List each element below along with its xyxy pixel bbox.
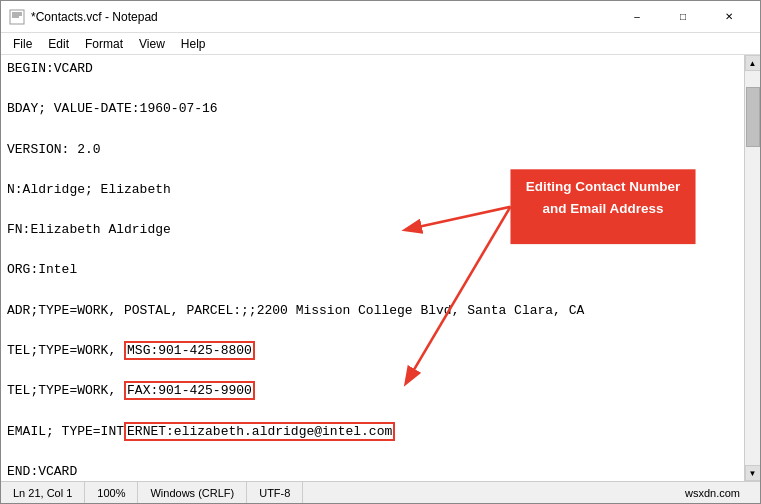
menu-edit[interactable]: Edit [40, 35, 77, 53]
scroll-thumb[interactable] [746, 87, 760, 147]
status-ln-col: Ln 21, Col 1 [9, 482, 85, 503]
line-9: TEL;TYPE=WORK, FAX:901-425-9900 [7, 381, 738, 401]
menu-file[interactable]: File [5, 35, 40, 53]
status-zoom: 100% [85, 482, 138, 503]
window-controls: – □ ✕ [614, 1, 752, 33]
line-6: ORG:Intel [7, 260, 738, 280]
title-bar: *Contacts.vcf - Notepad – □ ✕ [1, 1, 760, 33]
line-1: BEGIN:VCARD [7, 59, 738, 79]
line-7: ADR;TYPE=WORK, POSTAL, PARCEL:;;2200 Mis… [7, 301, 738, 321]
editor-wrapper: BEGIN:VCARD BDAY; VALUE-DATE:1960-07-16 … [1, 55, 760, 481]
line-8: TEL;TYPE=WORK, MSG:901-425-8800 [7, 341, 738, 361]
line-2: BDAY; VALUE-DATE:1960-07-16 [7, 99, 738, 119]
line-10: EMAIL; TYPE=INTERNET:elizabeth.aldridge@… [7, 422, 738, 442]
line-4: N:Aldridge; Elizabeth [7, 180, 738, 200]
menu-help[interactable]: Help [173, 35, 214, 53]
status-encoding: UTF-8 [247, 482, 303, 503]
highlight-tel-fax: FAX:901-425-9900 [124, 381, 255, 400]
line-3: VERSION: 2.0 [7, 140, 738, 160]
line-11: END:VCARD [7, 462, 738, 481]
menu-bar: File Edit Format View Help [1, 33, 760, 55]
maximize-button[interactable]: □ [660, 1, 706, 33]
notepad-window: *Contacts.vcf - Notepad – □ ✕ File Edit … [0, 0, 761, 504]
status-line-ending: Windows (CRLF) [138, 482, 247, 503]
scroll-down-button[interactable]: ▼ [745, 465, 761, 481]
menu-view[interactable]: View [131, 35, 173, 53]
highlight-tel-msg: MSG:901-425-8800 [124, 341, 255, 360]
scroll-up-button[interactable]: ▲ [745, 55, 761, 71]
app-icon [9, 9, 25, 25]
highlight-email-1: ERNET:elizabeth.aldridge@intel.com [124, 422, 395, 441]
line-5: FN:Elizabeth Aldridge [7, 220, 738, 240]
scrollbar-vertical[interactable]: ▲ ▼ [744, 55, 760, 481]
window-title: *Contacts.vcf - Notepad [31, 10, 614, 24]
minimize-button[interactable]: – [614, 1, 660, 33]
menu-format[interactable]: Format [77, 35, 131, 53]
close-button[interactable]: ✕ [706, 1, 752, 33]
editor-content[interactable]: BEGIN:VCARD BDAY; VALUE-DATE:1960-07-16 … [1, 55, 744, 481]
status-branding: wsxdn.com [673, 482, 752, 503]
status-bar: Ln 21, Col 1 100% Windows (CRLF) UTF-8 w… [1, 481, 760, 503]
